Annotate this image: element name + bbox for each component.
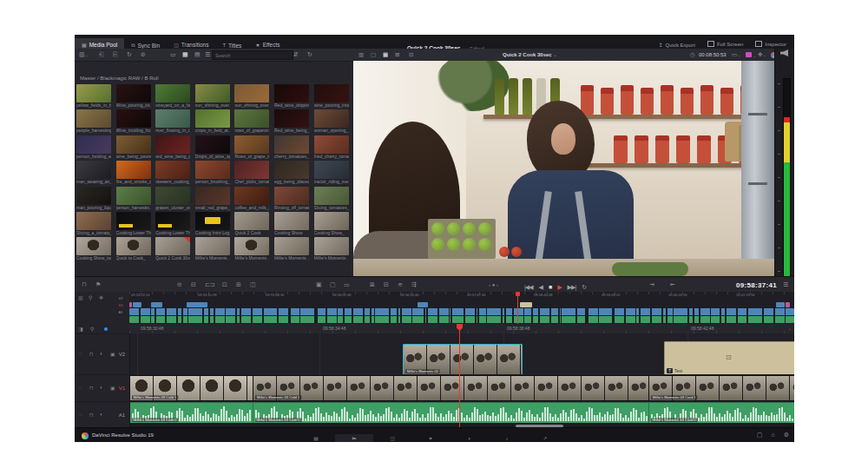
timeline-options-icon[interactable]: ⊠ <box>370 277 375 293</box>
media-clip[interactable]: wine_being_poure... <box>116 135 155 160</box>
page-tab-media[interactable]: ▤Media <box>297 434 335 442</box>
media-clip[interactable]: Slicing_a_tomato_... <box>76 212 115 236</box>
import-folder-icon[interactable]: ⎘ <box>113 49 118 61</box>
settings-gear-icon[interactable]: ⚙ <box>784 432 789 438</box>
camera-cut-icon[interactable]: ⊡ <box>409 49 413 61</box>
stop-button[interactable]: ■ <box>549 284 551 290</box>
media-clip[interactable]: person_brushing_... <box>195 161 233 185</box>
track-lane-v2[interactable]: Millie's Moments 01⊡TText <box>129 333 794 374</box>
track-link-icon[interactable]: ⚲ <box>90 326 94 332</box>
match-in-icon[interactable]: ⇤ <box>670 277 675 293</box>
track-lane-a1[interactable]: Millie's Moments 03 Cold 1Millie's Momen… <box>129 401 794 423</box>
razor-icon[interactable]: ⊖ <box>177 277 182 293</box>
audio-clip[interactable]: Millie's Moments 03 Cold 1 <box>253 402 649 424</box>
track-tools-icon[interactable]: ▥ <box>78 294 83 300</box>
media-clip[interactable]: Millie's Moments ... <box>195 237 233 261</box>
media-clip[interactable]: wine_pouring_into... <box>314 84 352 109</box>
media-clip[interactable]: egg_being_placed... <box>274 161 312 185</box>
zoom-fit-icon[interactable]: ▣ <box>316 277 322 293</box>
media-clip[interactable]: vineyard_on_a_far... <box>155 84 194 109</box>
marker-flag-icon[interactable]: ⚑ <box>95 277 101 293</box>
overlay-dropdown-icon[interactable] <box>746 52 752 57</box>
media-clip[interactable]: woman_opening_... <box>314 109 352 134</box>
media-clip[interactable]: cherry_tomatoes_... <box>274 135 312 160</box>
media-clip[interactable]: Millie's Moments ... <box>314 237 352 261</box>
refresh-icon[interactable]: ↻ <box>307 49 312 61</box>
strip-view-icon[interactable]: ▭ <box>170 49 176 61</box>
media-clip[interactable]: Cooking Show_ <box>314 212 352 236</box>
timeline-clip[interactable]: Millie's Moments 03 Card 1 <box>648 375 794 401</box>
timeline-clip[interactable]: Millie's Moments 01 <box>403 344 523 375</box>
full-extent-icon[interactable]: ▭ <box>344 277 350 293</box>
media-clip[interactable]: Cooking Show <box>274 212 312 236</box>
lock-track-icon[interactable]: ⊓ <box>89 412 94 418</box>
media-clip[interactable]: Red_wine_being_p... <box>274 109 312 134</box>
clip-view-icon[interactable]: ◨ <box>78 326 83 332</box>
timeline-menu-icon[interactable]: ☰ <box>783 277 788 293</box>
loop-button[interactable]: ↻ <box>582 284 586 290</box>
page-tab-deliver[interactable]: ↗Deliver <box>526 434 564 442</box>
source-tape-icon[interactable]: ▥ <box>358 49 364 61</box>
track-header-v2[interactable]: ◌⊓◐▣V2 <box>75 333 130 375</box>
media-clip[interactable]: Millie's Moments ... <box>274 237 312 261</box>
boring-detector-icon[interactable]: ≋ <box>398 277 403 293</box>
auto-select-icon[interactable]: ◌ <box>79 412 82 417</box>
play-button[interactable]: ▶ <box>557 284 561 290</box>
timeline-overview[interactable]: 09:53:22:2409:54:15:2809:55:08:3209:56:0… <box>129 292 794 324</box>
lock-track-icon[interactable]: ⊓ <box>89 351 94 357</box>
media-clip[interactable]: man_pouring_liqu... <box>76 187 115 211</box>
media-clip[interactable]: fried_cherry_toma... <box>314 135 352 160</box>
source-clip-icon[interactable]: ▢ <box>371 49 376 61</box>
media-clip[interactable]: Cooking Show_loc <box>76 237 115 261</box>
media-clip[interactable]: grapes_cluster_on... <box>155 187 194 211</box>
media-clip[interactable]: person_harvestin... <box>116 187 155 211</box>
media-clip[interactable]: Cooking Lower Thi... <box>116 212 155 236</box>
media-clip[interactable]: Drops_of_wine_sp... <box>195 135 233 160</box>
roll-icon[interactable]: ⊡ <box>222 277 227 293</box>
audio-clip[interactable]: Millie's Moments 03 Cold 1 <box>129 402 253 424</box>
track-zoom-icon[interactable]: ✥ <box>99 294 103 300</box>
media-clip[interactable]: Red_wine_drippin... <box>274 84 312 109</box>
audio-clip[interactable]: Millie's Moments 03 Card 1 <box>648 402 794 424</box>
media-clip[interactable]: Cooking Lower Thi... <box>155 212 194 236</box>
match-out-icon[interactable]: ⇥ <box>649 277 654 293</box>
sort-icon[interactable]: ⇵ <box>293 49 299 61</box>
overview-playhead[interactable] <box>517 292 518 324</box>
title-clip[interactable]: ⊡TText <box>664 341 794 375</box>
media-clip[interactable]: Rows_of_grape_tr... <box>234 135 273 160</box>
media-clip[interactable]: rows_of_grapevin... <box>234 109 273 134</box>
media-clip[interactable]: fire_and_smoke_c... <box>116 161 155 185</box>
search-input[interactable] <box>212 50 293 60</box>
auto-select-icon[interactable]: ◌ <box>79 385 82 390</box>
scopes-dropdown-icon[interactable]: ▭⌄ <box>732 49 740 61</box>
breadcrumb[interactable]: Master / Blackmagic RAW / B Roll <box>80 76 158 81</box>
thumbnail-view-icon[interactable]: ▦ <box>182 49 188 61</box>
media-clip[interactable]: yellow_fields_in_bl... <box>76 84 115 109</box>
mute-track-icon[interactable]: ◐ <box>100 412 103 417</box>
split-clip-icon[interactable]: ⊟ <box>191 277 196 293</box>
mute-track-icon[interactable]: ◐ <box>100 351 103 356</box>
media-clip[interactable]: skewers_cooking_... <box>155 161 194 185</box>
lock-track-icon[interactable]: ⊓ <box>89 385 94 391</box>
sync-clip-icon[interactable]: ⇶ <box>411 277 417 293</box>
media-clip[interactable]: Rinsing_off_tomat... <box>274 187 312 211</box>
slip-icon[interactable]: ⊞ <box>236 277 241 293</box>
media-clip[interactable]: Cooking Intro Log... <box>195 212 233 236</box>
media-clip[interactable]: Quick 2 Cook 30sec <box>155 237 194 261</box>
media-clip[interactable]: coffee_and_milk_b... <box>234 187 273 211</box>
media-clip[interactable]: small_red_grape_c... <box>195 187 233 211</box>
page-tab-fairlight[interactable]: ♪Fairlight <box>488 434 526 442</box>
track-header-v1[interactable]: ◌⊓◐▣V1 <box>75 374 130 402</box>
remote-monitor-icon[interactable]: ▢ <box>757 432 763 438</box>
media-clip[interactable]: person_holding_a... <box>76 135 115 160</box>
clone-icon[interactable]: ⊘ <box>141 49 146 61</box>
speaker-icon[interactable] <box>780 49 788 56</box>
import-media-icon[interactable]: ⎗ <box>99 49 104 61</box>
zoom-window-icon[interactable]: ▢ <box>330 277 336 293</box>
page-tab-cut[interactable]: ✂Cut <box>335 434 373 442</box>
play-reverse-button[interactable]: ◀ <box>539 284 542 290</box>
media-clip[interactable]: red_wine_being_p... <box>155 135 194 160</box>
solo-track-icon[interactable]: ▣ <box>110 385 115 391</box>
mute-track-icon[interactable]: ◐ <box>100 385 103 390</box>
transition-icon[interactable]: ◫ <box>250 277 256 293</box>
